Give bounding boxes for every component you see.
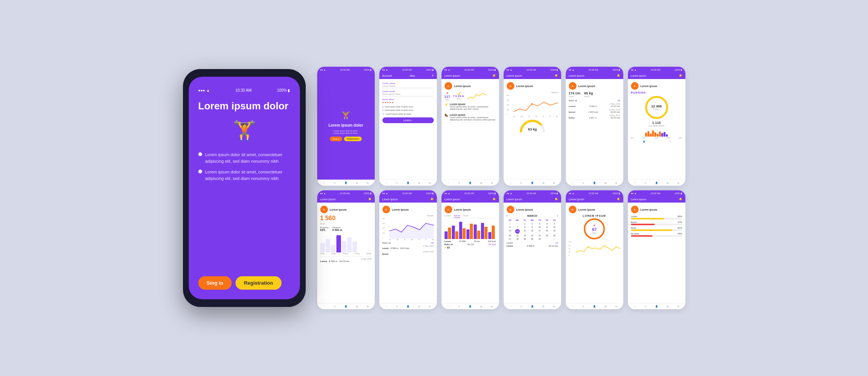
content-12: A Lorem ipsum Lorem 65% Ipsum 47% — [628, 203, 685, 303]
avatar-8: A — [382, 206, 390, 213]
status-bar-5: ●● ▲10:30 AM100% ▮ — [566, 67, 623, 73]
screen-calendar: ●● ▲10:30 AM100% ▮ Lorem ipsum 🔔 A Lorem… — [504, 190, 561, 309]
status-bar-8: ●● ▲10:30 AM100% ▮ — [379, 190, 437, 196]
nav-bar-10: ♡↺👤⊞⚙ — [504, 303, 561, 309]
header-6: Lorem ipsum 🔔 — [628, 73, 685, 79]
svg-point-0 — [531, 103, 532, 105]
phone-status-bar: ●●● ▲ 10:30 AM 100% ▮ — [198, 88, 290, 92]
screens-grid: ●● ▲10:30 AM100% ▮ 🏋️ Lorem ipsum dolor … — [317, 67, 685, 309]
password-field: Ipsum dolor ● ● ● ● ● — [382, 98, 434, 104]
screen-heartrate: ●● ▲10:30 AM100% ▮ Lorem ipsum 🔔 A Lorem… — [441, 67, 499, 186]
nav-bar-11: ♡↺👤⊞⚙ — [566, 303, 623, 309]
content-11: A Lorem ipsum LOREM IPSUM ♥ 67 bpm 12090… — [566, 203, 623, 303]
phone-mockup: ●●● ▲ 10:30 AM 100% ▮ Lorem ipsum dolor … — [183, 69, 306, 307]
status-bar-1: ●● ▲10:30 AM100% ▮ — [317, 67, 375, 73]
calorie-bars — [320, 233, 372, 252]
workout-2: 16 Mar 2018 Ipsum 1 600 kcal 60:20 min — [569, 109, 620, 113]
calendar-day-headers: SU MO TU WE TH FR SA 30 31 1 2 3 4 5 6 7… — [507, 219, 558, 241]
signal-icons: ●●● ▲ — [198, 88, 210, 92]
tab-ipsum[interactable]: Ipsum — [454, 214, 460, 218]
checkbox[interactable]: ✓Lorem ipsum dolor sit amet — [382, 112, 434, 115]
header-7: Lorem ipsum 🔔 — [317, 196, 375, 203]
status-bar-9: ●● ▲10:30 AM100% ▮ — [441, 190, 499, 196]
workout-row-9a: Lorem 67 889 15 km 234 kcal — [445, 240, 496, 242]
header-8: Lorem ipsum 🔔 — [379, 196, 437, 203]
nav-bar-8: ♡↺👤⊞⚙ — [379, 303, 437, 309]
splash-dumbbell-icon: 🏋️ — [341, 111, 351, 120]
bpm-chart: 1209060300 — [569, 241, 620, 256]
tab-lorem[interactable]: Lorem — [445, 214, 451, 218]
workout-item-7: 17 Mar 2018 Lorem 8 566 m 44:13 min — [320, 256, 372, 262]
workout-row-9b: Dolor sit 45 123 *67 kcal — [445, 243, 496, 246]
avatar-5: A — [569, 82, 576, 90]
nav-bar-2: ♡↺👤⊞⚙ — [379, 180, 437, 186]
avatar-12: A — [631, 206, 639, 213]
splash-register-btn[interactable]: Registration — [344, 137, 362, 141]
content-8: A Lorem ipsum Month 4003002001000 sumotu… — [379, 203, 437, 303]
heart-chart — [467, 91, 486, 101]
register-button[interactable]: Registration — [236, 276, 282, 290]
avatar-3: A — [445, 82, 452, 90]
header-11: Lorem ipsum 🔔 — [566, 196, 623, 203]
progress-1: Lorem 65% — [631, 215, 682, 219]
submit-btn[interactable]: Lorem › — [382, 117, 434, 123]
screen-running: ●● ▲10:30 AM100% ▮ Lorem ipsum 🔔 A Lorem… — [628, 67, 685, 186]
status-bar-2: ●● ▲10:30 AM100% ▮ — [379, 67, 437, 73]
battery-indicator: 100% ▮ — [277, 88, 290, 92]
header-10: Lorem ipsum 🔔 — [504, 196, 561, 203]
bpm-circle: ♥ 67 bpm — [584, 218, 605, 239]
splash-signin-btn[interactable]: Sing in — [330, 137, 342, 141]
run-bars — [631, 129, 682, 137]
content-4: A Lorem ipsum Month 4003002001000 sumotu… — [504, 79, 561, 180]
screen-splash: ●● ▲10:30 AM100% ▮ 🏋️ Lorem ipsum dolor … — [317, 67, 375, 186]
avatar-9: A — [445, 206, 452, 213]
avatar-6: A — [631, 82, 639, 90]
nav-bar-3: ♡↺👤⊞⚙ — [441, 180, 499, 186]
header-5: Lorem ipsum 🔔 — [566, 73, 623, 79]
workout-8: 17 Mar 2018 Lorem 8 566 m 44:13 min — [382, 245, 434, 249]
workout-row-9c: ♥ 67 — [445, 246, 496, 249]
name-field: Lorem name Lorem Name — [382, 82, 434, 88]
weight-chart: 4003002001000 — [507, 94, 558, 115]
stats-row-3: ♥ 117 bpm 🌙 7 h 23 m time — [445, 91, 496, 101]
progress-row-7: Progress 63% Distance 9 560 m — [320, 226, 372, 231]
screen-barchart: ●● ▲10:30 AM100% ▮ Lorem ipsum 🔔 A Lorem… — [441, 190, 499, 309]
screen-account: ●● ▲10:30 AM100% ▮ Account Step ℹ Lorem … — [379, 67, 437, 186]
status-bar-3: ●● ▲10:30 AM100% ▮ — [441, 67, 499, 73]
status-bar-6: ●● ▲10:30 AM100% ▮ — [628, 67, 685, 73]
splash-buttons: Sing in Registration — [330, 137, 362, 141]
content-9: A Lorem ipsum Lorem Ipsum Dolor — [441, 203, 499, 303]
status-bar-10: ●● ▲10:30 AM100% ▮ — [504, 190, 561, 196]
profile-stats: 174 cm Lorem 65 kg Ipsum — [569, 91, 620, 97]
progress-3: Dolor 81% — [631, 227, 682, 231]
tab-dolor[interactable]: Dolor — [463, 214, 469, 218]
nav-bar-6: ♡↺👤⊞⚙ — [628, 180, 685, 186]
bullet-2: ●Lorem ipsum dolor sit amet, cons... — [382, 109, 434, 111]
content-10: A Lorem ipsum ‹ MARCH › SU MO TU WE TH F… — [504, 203, 561, 303]
screen-calorie: ●● ▲10:30 AM100% ▮ Lorem ipsum 🔔 A Lorem… — [317, 190, 375, 309]
workout-3: 13 Mar 2018 Dolor 3 667 m 30:10 min — [569, 114, 620, 119]
dumbbell-icon: 🏋️ — [198, 120, 290, 142]
svg-marker-2 — [389, 223, 434, 239]
nav-bar-5: ♡↺👤⊞⚙ — [566, 180, 623, 186]
avatar-11: A — [569, 206, 576, 213]
workout-1: 17 Mar 2018 Lorem 8 566 m 44:13 min — [569, 103, 620, 107]
header-9: Lorem ipsum 🔔 — [441, 196, 499, 203]
tab-row-9[interactable]: Lorem Ipsum Dolor — [445, 214, 496, 218]
screen-linechart: ●● ▲10:30 AM100% ▮ Lorem ipsum 🔔 A Lorem… — [379, 190, 437, 309]
phone-bullets: Lorem ipsum dolor sit amet, consectetuer… — [198, 152, 290, 186]
content-6: A Lorem ipsum RUNNING 12 456 STEPS 1 115… — [628, 79, 685, 180]
workout-8b: 16 Mar 2018 Ipsum — [382, 251, 434, 255]
screen-progress: ●● ▲10:30 AM100% ▮ Lorem ipsum 🔔 A Lorem… — [628, 190, 685, 309]
phone-title: Lorem ipsum dolor — [198, 100, 290, 112]
status-bar-12: ●● ▲10:30 AM100% ▮ — [628, 190, 685, 196]
avatar-7: A — [320, 206, 328, 213]
signin-button[interactable]: Sing in — [198, 276, 232, 290]
nav-bar-1: ♡↺👤⊞⚙ — [317, 180, 375, 186]
svg-text:63 kg: 63 kg — [528, 127, 537, 131]
nav-bar-4: ♡↺👤⊞⚙ — [504, 180, 561, 186]
avatar-10: A — [507, 206, 514, 213]
nav-bar-9: ♡↺👤⊞⚙ — [441, 303, 499, 309]
bullet-dot-2 — [198, 170, 202, 173]
steps-circle: 12 456 STEPS — [645, 96, 668, 119]
